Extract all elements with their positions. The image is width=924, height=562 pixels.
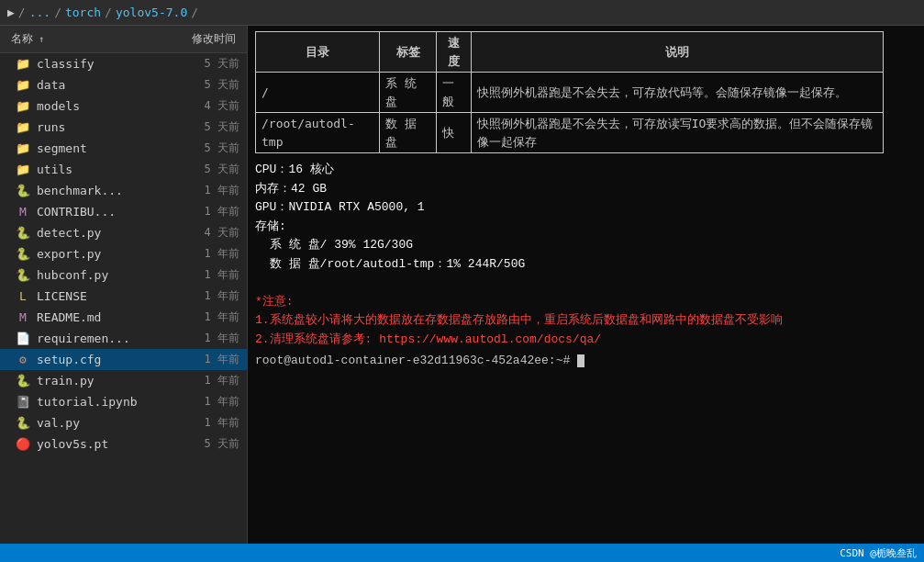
file-time: 5 天前 — [205, 162, 239, 177]
file-icon: 📁 — [15, 141, 31, 156]
table-header: 说明 — [471, 32, 883, 73]
file-icon: 🐍 — [15, 247, 31, 262]
list-item[interactable]: 📁 models 4 天前 — [0, 96, 247, 117]
list-item[interactable]: 🐍 detect.py 4 天前 — [0, 222, 247, 243]
file-name: yolov5s.pt — [37, 437, 197, 451]
file-icon: 📁 — [15, 57, 31, 72]
file-time: 1 年前 — [205, 204, 239, 219]
sort-arrow: ↑ — [39, 34, 44, 44]
file-time: 4 天前 — [205, 98, 239, 114]
list-item[interactable]: 📓 tutorial.ipynb 1 年前 — [0, 391, 247, 412]
file-time: 1 年前 — [205, 394, 239, 410]
file-name: val.py — [37, 416, 197, 430]
terminal-line: 系 统 盘/ 39% 12G/30G — [255, 236, 917, 254]
breadcrumb-ellipsis[interactable]: ... — [29, 6, 50, 19]
list-item[interactable]: M CONTRIBU... 1 年前 — [0, 201, 247, 222]
breadcrumb: ▶ / ... / torch / yolov5-7.0 / — [0, 0, 924, 26]
file-icon: 📁 — [15, 120, 31, 135]
file-name: requiremen... — [37, 332, 197, 345]
list-item[interactable]: ⚙ setup.cfg 1 年前 — [0, 349, 247, 370]
file-name: runs — [37, 120, 197, 134]
file-name: CONTRIBU... — [37, 205, 197, 219]
list-item[interactable]: 📁 runs 5 天前 — [0, 117, 247, 138]
table-cell: 数 据 盘 — [380, 113, 437, 153]
terminal-panel: 目录标签速度说明/系 统 盘一般快照例外机器跑是不会失去，可存放代码等。会随保存… — [248, 26, 924, 544]
file-time: 5 天前 — [205, 77, 239, 93]
file-icon: M — [15, 310, 31, 325]
file-time: 1 年前 — [205, 183, 239, 198]
list-item[interactable]: 📁 data 5 天前 — [0, 74, 247, 96]
file-icon: 📁 — [15, 163, 31, 177]
file-icon: 📁 — [15, 78, 31, 93]
file-time: 5 天前 — [205, 56, 239, 72]
file-name: README.md — [37, 310, 197, 324]
file-icon: 📓 — [15, 395, 31, 410]
file-icon: 📄 — [15, 332, 31, 346]
list-item[interactable]: L LICENSE 1 年前 — [0, 286, 247, 307]
file-time: 1 年前 — [205, 331, 239, 346]
list-item[interactable]: 🐍 export.py 1 年前 — [0, 243, 247, 264]
file-time: 5 天前 — [205, 119, 239, 135]
terminal-line: GPU：NVIDIA RTX A5000, 1 — [255, 198, 917, 217]
file-name: hubconf.py — [37, 268, 197, 282]
file-icon: ⚙ — [15, 353, 31, 367]
table-row: /root/autodl-tmp数 据 盘快快照例外机器跑是不会失去，可存放读写… — [256, 113, 884, 153]
terminal-line: CPU：16 核心 — [255, 161, 917, 179]
file-name: train.py — [37, 374, 197, 388]
list-item[interactable]: 🔴 yolov5s.pt 5 天前 — [0, 433, 247, 455]
notice-line: 2.清理系统盘请参考: https://www.autodl.com/docs/… — [255, 331, 917, 349]
table-cell: 快照例外机器跑是不会失去，可存放代码等。会随保存镜像一起保存。 — [471, 73, 883, 113]
table-header: 速度 — [437, 32, 471, 73]
breadcrumb-torch[interactable]: torch — [65, 6, 101, 19]
file-name: data — [37, 78, 197, 92]
file-icon: M — [15, 205, 31, 219]
list-item[interactable]: 📄 requiremen... 1 年前 — [0, 328, 247, 349]
list-item[interactable]: 🐍 benchmark... 1 年前 — [0, 180, 247, 201]
list-item[interactable]: 📁 utils 5 天前 — [0, 159, 247, 180]
list-item[interactable]: 📁 segment 5 天前 — [0, 138, 247, 159]
table-cell: /root/autodl-tmp — [256, 113, 380, 153]
file-icon: 🐍 — [15, 184, 31, 198]
file-panel-header: 名称 ↑ 修改时间 — [0, 26, 247, 53]
table-cell: 系 统 盘 — [380, 73, 437, 113]
list-item[interactable]: 🐍 train.py 1 年前 — [0, 370, 247, 391]
file-time: 5 天前 — [205, 140, 239, 156]
terminal-content: 目录标签速度说明/系 统 盘一般快照例外机器跑是不会失去，可存放代码等。会随保存… — [248, 26, 924, 544]
terminal-line: 数 据 盘/root/autodl-tmp：1% 244R/50G — [255, 255, 917, 274]
file-icon: 📁 — [15, 99, 31, 114]
file-name: models — [37, 99, 197, 113]
breadcrumb-arrow: ▶ — [7, 6, 15, 19]
list-item[interactable]: 📁 classify 5 天前 — [0, 53, 247, 74]
file-icon: 🔴 — [15, 437, 31, 452]
terminal-line: 存储: — [255, 218, 917, 236]
file-icon: 🐍 — [15, 268, 31, 283]
file-time: 1 年前 — [205, 415, 239, 431]
file-name: detect.py — [37, 226, 197, 240]
col-name-header: 名称 ↑ — [11, 31, 44, 47]
file-icon: L — [15, 289, 31, 304]
file-time: 1 年前 — [205, 288, 239, 304]
file-time: 1 年前 — [205, 352, 239, 367]
file-name: segment — [37, 141, 197, 155]
terminal-prompt: root@autodl-container-e32d11963c-452a42e… — [255, 352, 917, 370]
file-name: utils — [37, 163, 197, 176]
file-time: 1 年前 — [205, 309, 239, 325]
file-time: 1 年前 — [205, 267, 239, 283]
status-text: CSDN @栀晚叁乱 — [840, 546, 917, 560]
notice-line: 1.系统盘较小请将大的数据放在存数据盘存放路由中，重启系统后数据盘和网路中的数据… — [255, 311, 917, 330]
status-bar: CSDN @栀晚叁乱 — [0, 544, 924, 562]
list-item[interactable]: 🐍 hubconf.py 1 年前 — [0, 264, 247, 286]
file-name: export.py — [37, 247, 197, 261]
terminal-line: 内存：42 GB — [255, 180, 917, 198]
table-cell: / — [256, 73, 380, 113]
col-time-header: 修改时间 — [192, 31, 236, 47]
file-icon: 🐍 — [15, 374, 31, 388]
list-item[interactable]: M README.md 1 年前 — [0, 307, 247, 328]
terminal-table: 目录标签速度说明/系 统 盘一般快照例外机器跑是不会失去，可存放代码等。会随保存… — [255, 31, 884, 153]
breadcrumb-yolov5[interactable]: yolov5-7.0 — [116, 6, 187, 19]
file-time: 1 年前 — [205, 246, 239, 262]
list-item[interactable]: 🐍 val.py 1 年前 — [0, 412, 247, 433]
file-name: setup.cfg — [37, 353, 197, 366]
file-icon: 🐍 — [15, 226, 31, 241]
file-name: tutorial.ipynb — [37, 395, 197, 409]
